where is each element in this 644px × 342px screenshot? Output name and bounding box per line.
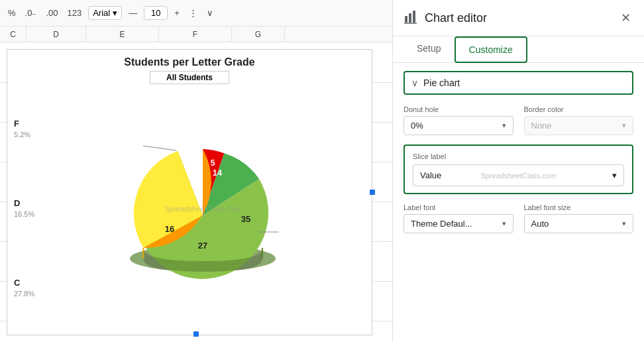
donut-hole-label: Donut hole	[403, 105, 513, 113]
font-size-input[interactable]: 10	[144, 6, 168, 20]
svg-text:5: 5	[210, 158, 215, 168]
slice-label-section: Slice label Value SpreadsheetClass.com ▾	[403, 144, 633, 194]
slice-label-label: Slice label	[413, 152, 624, 160]
label-font-label: Label font	[403, 203, 513, 211]
svg-text:14: 14	[212, 168, 222, 178]
svg-text:27: 27	[197, 241, 207, 251]
label-font-value: Theme Defaul...	[411, 219, 472, 229]
donut-hole-select[interactable]: 0% ▾	[403, 116, 513, 135]
label-f: F 5.2%	[14, 118, 34, 141]
chart-editor: Chart editor ✕ Setup Customize ∨ Pie cha…	[392, 0, 644, 342]
svg-text:35: 35	[241, 214, 250, 224]
donut-hole-group: Donut hole 0% ▾	[403, 105, 513, 135]
svg-rect-10	[409, 13, 411, 23]
spreadsheet-area: % .0₋ .00 123 Arial ▾ — 10 + ⋮ ∨ C D E F…	[0, 0, 392, 342]
label-font-arrow-icon: ▾	[502, 219, 506, 228]
font-size-increase-button[interactable]: +	[172, 7, 182, 19]
border-color-value: None	[531, 121, 552, 131]
border-color-group: Border color None ▾	[524, 105, 634, 135]
grid-area: Students per Letter Grade All Students F…	[0, 42, 392, 342]
col-header-d[interactable]: D	[27, 27, 86, 42]
chart-icon	[403, 9, 418, 27]
chart-title: Students per Letter Grade	[14, 56, 365, 68]
svg-text:16: 16	[164, 224, 174, 234]
editor-header: Chart editor ✕	[393, 0, 644, 36]
font-selector[interactable]: Arial ▾	[88, 6, 122, 20]
label-font-group: Label font Theme Defaul... ▾	[403, 203, 513, 233]
tab-customize[interactable]: Customize	[455, 36, 527, 63]
donut-hole-value: 0%	[411, 121, 423, 131]
more-options-button[interactable]: ⋮	[186, 7, 200, 19]
editor-tabs: Setup Customize	[393, 36, 644, 63]
donut-hole-arrow-icon: ▾	[502, 121, 506, 130]
slice-label-arrow-icon: ▾	[612, 170, 617, 180]
decimal00-button[interactable]: .00	[43, 7, 60, 19]
label-font-size-label: Label font size	[524, 203, 634, 211]
section-chevron-icon: ∨	[411, 78, 418, 88]
column-headers: C D E F G	[0, 27, 392, 42]
border-color-label: Border color	[524, 105, 634, 113]
chart-subtitle: All Students	[150, 71, 229, 84]
label-font-size-group: Label font size Auto ▾	[524, 203, 634, 233]
editor-title: Chart editor	[425, 11, 612, 25]
donut-border-row: Donut hole 0% ▾ Border color None ▾	[403, 105, 633, 135]
close-button[interactable]: ✕	[618, 8, 633, 28]
label-d: D 16.5%	[14, 198, 34, 220]
number123-button[interactable]: 123	[64, 7, 84, 19]
label-font-size-value: Auto	[531, 219, 549, 229]
resize-handle-bottom[interactable]	[193, 331, 199, 337]
section-title: Pie chart	[423, 78, 460, 88]
slice-label-select[interactable]: Value SpreadsheetClass.com ▾	[413, 164, 624, 186]
editor-body: ∨ Pie chart Donut hole 0% ▾ Border color…	[393, 63, 644, 342]
percent-button[interactable]: %	[5, 7, 19, 19]
pie-chart-section[interactable]: ∨ Pie chart	[403, 71, 633, 95]
pie-chart: 14 35 27 16 5 SpreadsheetClass.com	[40, 136, 365, 282]
label-font-size-select[interactable]: Auto ▾	[524, 214, 634, 233]
label-c: C 27.8%	[14, 277, 34, 300]
font-size-decrease-button[interactable]: —	[126, 7, 140, 19]
font-name: Arial	[93, 8, 110, 18]
label-font-size-arrow-icon: ▾	[622, 219, 626, 228]
slice-label-watermark: SpreadsheetClass.com	[481, 172, 557, 180]
border-color-arrow-icon: ▾	[622, 121, 626, 130]
col-header-f[interactable]: F	[159, 27, 232, 42]
slice-label-value: Value	[420, 170, 441, 180]
col-header-c[interactable]: C	[0, 27, 27, 42]
svg-rect-9	[405, 16, 407, 23]
chart-container[interactable]: Students per Letter Grade All Students F…	[7, 49, 372, 335]
svg-rect-11	[413, 11, 415, 23]
decimal0-button[interactable]: .0₋	[23, 7, 40, 19]
font-row: Label font Theme Defaul... ▾ Label font …	[403, 203, 633, 233]
chart-labels: F 5.2% D 16.5% C 27.8%	[14, 89, 40, 328]
chart-body: F 5.2% D 16.5% C 27.8%	[14, 89, 365, 328]
border-color-select[interactable]: None ▾	[524, 116, 634, 135]
col-header-e[interactable]: E	[86, 27, 159, 42]
resize-handle-right[interactable]	[370, 190, 375, 195]
font-chevron-icon: ▾	[113, 8, 117, 18]
col-header-g[interactable]: G	[232, 27, 285, 42]
toolbar: % .0₋ .00 123 Arial ▾ — 10 + ⋮ ∨	[0, 0, 392, 27]
tab-setup[interactable]: Setup	[403, 36, 455, 63]
expand-button[interactable]: ∨	[204, 7, 216, 19]
svg-line-7	[143, 146, 176, 150]
label-font-select[interactable]: Theme Defaul... ▾	[403, 214, 513, 233]
